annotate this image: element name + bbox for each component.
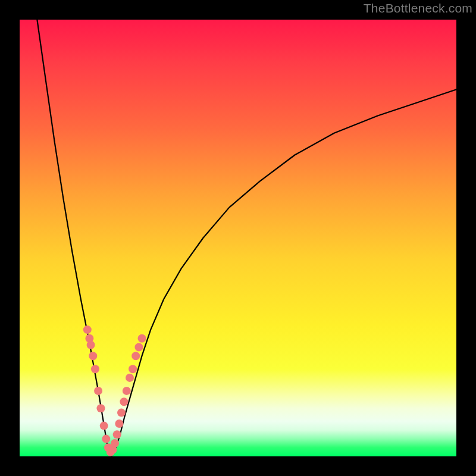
plot-area: [20, 20, 456, 456]
data-dot: [100, 422, 108, 430]
curve-layer: [20, 20, 456, 456]
data-dot: [113, 430, 121, 439]
data-dot: [111, 439, 119, 447]
data-dot: [138, 334, 146, 343]
data-dot: [129, 365, 137, 373]
data-dot: [134, 343, 143, 352]
data-dot: [91, 365, 99, 373]
data-dot: [89, 352, 97, 360]
watermark-text: TheBottleneck.com: [364, 1, 472, 15]
data-dot: [94, 387, 102, 395]
data-dot: [97, 404, 105, 412]
data-dot: [123, 387, 131, 395]
data-dot: [102, 435, 110, 443]
outer-frame: TheBottleneck.com: [0, 0, 476, 476]
data-dot: [120, 397, 128, 406]
data-dot: [83, 325, 92, 334]
data-dot: [87, 341, 95, 349]
data-dot: [126, 374, 134, 382]
data-dot: [115, 419, 123, 428]
data-dot: [117, 409, 126, 417]
data-dot: [131, 352, 140, 360]
